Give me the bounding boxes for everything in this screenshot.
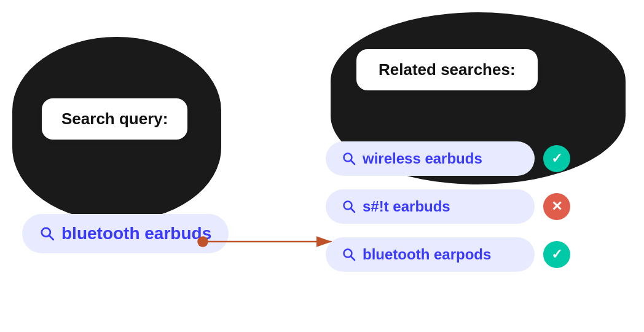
search-icon	[39, 226, 55, 242]
scene: Search query: Related searches: bluetoot…	[0, 0, 644, 332]
query-pill: bluetooth earbuds	[22, 214, 229, 253]
result-3-text: bluetooth earpods	[363, 246, 491, 263]
result-pill-1: wireless earbuds	[326, 141, 535, 176]
related-searches-container: Related searches:	[356, 49, 538, 90]
result-1-text: wireless earbuds	[363, 150, 482, 167]
result-row-3: bluetooth earpods ✓	[326, 237, 570, 272]
x-badge-2: ✕	[543, 193, 570, 220]
check-icon-3: ✓	[551, 248, 562, 261]
search-query-label: Search query:	[61, 109, 168, 128]
result-pill-2: s#!t earbuds	[326, 189, 535, 224]
arrow	[203, 226, 338, 257]
check-icon-1: ✓	[551, 152, 562, 165]
result-row-2: s#!t earbuds ✕	[326, 189, 570, 224]
related-searches-label: Related searches:	[379, 60, 516, 79]
svg-line-10	[351, 256, 355, 260]
query-pill-text: bluetooth earbuds	[61, 224, 211, 243]
svg-line-1	[49, 235, 53, 240]
search-icon	[342, 151, 356, 166]
result-2-text: s#!t earbuds	[363, 198, 450, 215]
related-searches-box: Related searches:	[356, 49, 538, 90]
search-icon	[342, 247, 356, 262]
result-row-1: wireless earbuds ✓	[326, 141, 570, 176]
result-pill-3: bluetooth earpods	[326, 237, 535, 272]
search-query-box: Search query:	[42, 98, 187, 140]
svg-line-8	[351, 208, 355, 212]
svg-line-6	[351, 160, 355, 164]
search-query-container: Search query:	[42, 98, 187, 158]
x-icon-2: ✕	[551, 200, 562, 213]
results-area: wireless earbuds ✓ s#!t earbuds ✕	[326, 141, 570, 272]
check-badge-3: ✓	[543, 241, 570, 268]
check-badge-1: ✓	[543, 145, 570, 172]
search-icon	[342, 199, 356, 214]
